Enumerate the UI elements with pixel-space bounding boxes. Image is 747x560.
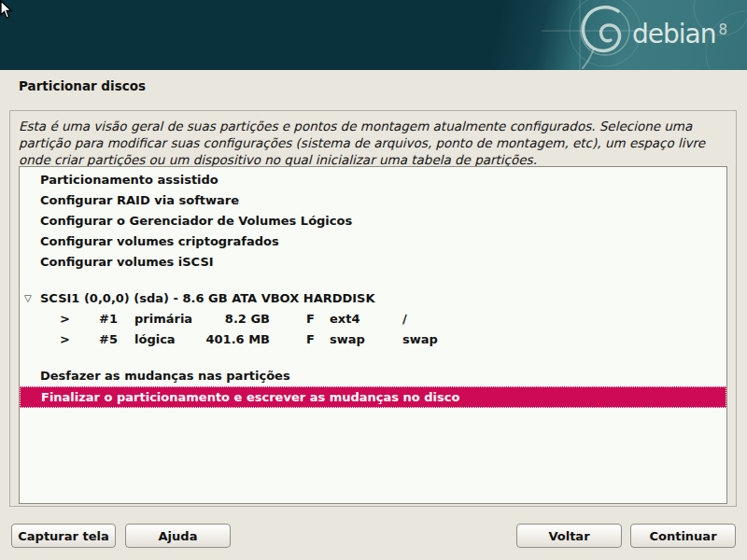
partition-type: primária (134, 309, 190, 329)
list-item-configure-iscsi[interactable]: Configurar volumes iSCSI (20, 252, 726, 273)
partition-filesystem: ext4 (330, 309, 402, 329)
debian-wordmark: debian8 (632, 19, 726, 49)
brand-text: debian (632, 19, 715, 49)
partition-marker-icon: > (60, 329, 99, 350)
partition-list[interactable]: Particionamento assistido Configurar RAI… (19, 166, 727, 504)
header-banner: debian8 (0, 0, 747, 70)
swirl-spiral (584, 7, 620, 51)
disk-label: SCSI1 (0,0,0) (sda) - 8.6 GB ATA VBOX HA… (40, 291, 375, 305)
page-title: Particionar discos (19, 78, 146, 93)
list-item-partition-5[interactable]: >#5lógica401.6 MBFswapswap (20, 329, 726, 350)
list-item-undo-changes[interactable]: Desfazer as mudanças nas partições (20, 366, 726, 386)
mouse-cursor-icon (0, 0, 13, 21)
list-item-configure-encrypted[interactable]: Configurar volumes criptografados (20, 231, 726, 252)
intro-text: Esta é uma visão geral de suas partições… (19, 118, 717, 168)
partition-size: 401.6 MB (190, 329, 270, 350)
back-button[interactable]: Voltar (516, 524, 622, 548)
partition-marker-icon: > (60, 309, 99, 329)
debian-installer-window: debian8 Particionar discos Esta é uma vi… (0, 0, 747, 560)
list-spacer (20, 350, 726, 366)
partition-number: #5 (99, 329, 134, 350)
disclosure-triangle-icon[interactable]: ▽ (24, 288, 32, 309)
brand-version: 8 (718, 21, 726, 38)
list-item-disk[interactable]: ▽ SCSI1 (0,0,0) (sda) - 8.6 GB ATA VBOX … (20, 288, 726, 309)
list-spacer (20, 273, 726, 288)
list-item-configure-raid[interactable]: Configurar RAID via software (20, 190, 726, 211)
partition-type: lógica (134, 329, 190, 350)
list-item-configure-lvm[interactable]: Configurar o Gerenciador de Volumes Lógi… (20, 211, 726, 231)
swirl-tail (583, 49, 594, 68)
list-item-finish-partitioning-selected[interactable]: Finalizar o particionamento e escrever a… (20, 386, 726, 408)
list-item-partition-1[interactable]: >#1primária8.2 GBFext4/ (20, 309, 726, 329)
partition-flag: F (306, 309, 330, 329)
partition-filesystem: swap (330, 329, 402, 350)
help-button[interactable]: Ajuda (125, 524, 231, 548)
partition-number: #1 (99, 309, 134, 329)
partition-flag: F (306, 329, 330, 350)
partition-size: 8.2 GB (190, 309, 270, 329)
continue-button[interactable]: Continuar (630, 524, 736, 548)
screenshot-button[interactable]: Capturar tela (11, 524, 116, 548)
partition-mountpoint: swap (402, 329, 438, 350)
list-item-guided-partitioning[interactable]: Particionamento assistido (20, 170, 726, 190)
partition-mountpoint: / (402, 309, 407, 329)
